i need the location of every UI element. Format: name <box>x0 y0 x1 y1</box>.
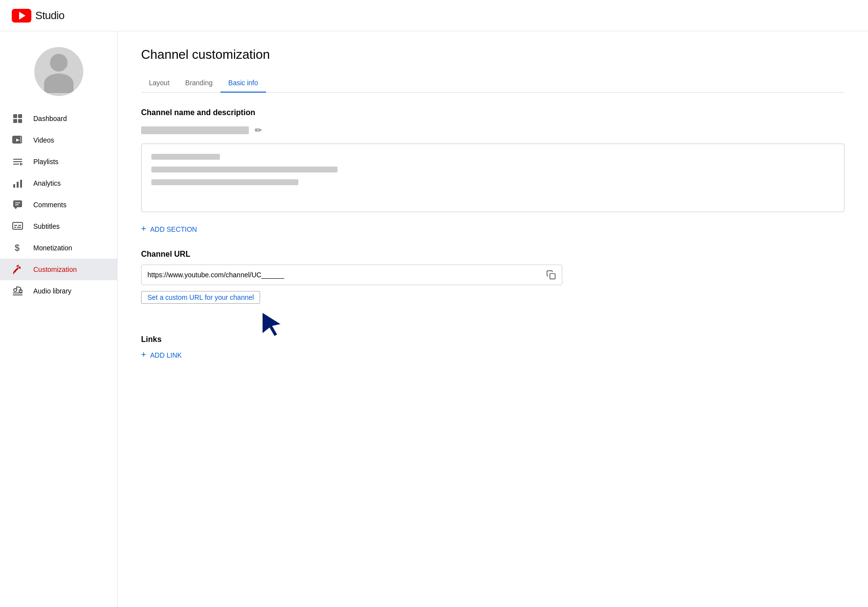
sidebar-item-customization[interactable]: Customization <box>0 259 117 280</box>
avatar-section <box>0 39 117 108</box>
links-section-title: Links <box>141 335 844 344</box>
dashboard-icon <box>12 113 24 124</box>
tab-layout[interactable]: Layout <box>141 74 177 93</box>
svg-rect-14 <box>13 200 22 207</box>
sidebar-label-dashboard: Dashboard <box>33 115 67 122</box>
channel-name-placeholder <box>141 126 249 134</box>
svg-text:$: $ <box>15 243 20 253</box>
svg-marker-34 <box>262 312 282 337</box>
svg-rect-1 <box>18 114 22 118</box>
header: Studio <box>0 0 868 31</box>
description-line-3 <box>151 179 298 185</box>
sidebar-item-comments[interactable]: Comments <box>0 194 117 216</box>
svg-line-30 <box>17 287 21 288</box>
add-link-button[interactable]: + ADD LINK <box>141 350 844 360</box>
add-link-plus-icon: + <box>141 350 146 360</box>
copy-icon[interactable] <box>546 270 556 280</box>
sidebar-label-customization: Customization <box>33 266 77 273</box>
tabs-container: Layout Branding Basic info <box>141 74 844 93</box>
sidebar-item-playlists[interactable]: Playlists <box>0 151 117 172</box>
plus-icon: + <box>141 224 146 234</box>
analytics-icon <box>12 177 24 189</box>
sidebar-item-subtitles[interactable]: Subtitles <box>0 216 117 237</box>
sidebar-item-monetization[interactable]: $ Monetization <box>0 237 117 259</box>
logo-container: Studio <box>12 9 64 23</box>
sidebar-item-analytics[interactable]: Analytics <box>0 172 117 194</box>
svg-rect-27 <box>13 294 23 295</box>
sidebar-label-comments: Comments <box>33 201 67 209</box>
sidebar: Dashboard Videos <box>0 31 118 607</box>
add-section-button[interactable]: + ADD SECTION <box>141 224 844 234</box>
subtitles-icon <box>12 220 24 232</box>
avatar <box>34 47 83 96</box>
sidebar-item-audio-library[interactable]: Audio library <box>0 280 117 302</box>
svg-marker-17 <box>14 207 17 209</box>
studio-wordmark: Studio <box>35 9 64 22</box>
edit-icon[interactable]: ✏ <box>255 125 262 136</box>
channel-url-value: https://www.youtube.com/channel/UC______ <box>147 271 542 279</box>
sidebar-label-analytics: Analytics <box>33 179 61 187</box>
tab-basic-info[interactable]: Basic info <box>220 74 266 93</box>
svg-rect-13 <box>20 180 22 188</box>
channel-name-section-title: Channel name and description <box>141 108 844 117</box>
channel-name-row: ✏ <box>141 125 844 136</box>
add-section-label: ADD SECTION <box>150 225 197 233</box>
audio-library-icon <box>12 285 24 297</box>
custom-url-link-text: Set a custom URL for your channel <box>147 293 254 301</box>
channel-url-section-title: Channel URL <box>141 250 844 259</box>
cursor-arrow <box>257 310 287 339</box>
sidebar-label-videos: Videos <box>33 136 54 144</box>
sidebar-item-dashboard[interactable]: Dashboard <box>0 108 117 129</box>
tab-branding[interactable]: Branding <box>177 74 220 93</box>
svg-rect-3 <box>18 119 22 123</box>
customization-icon <box>12 264 24 275</box>
youtube-logo-icon <box>12 9 31 23</box>
svg-rect-11 <box>13 184 15 188</box>
playlists-icon <box>12 156 24 168</box>
videos-icon <box>12 134 24 146</box>
svg-rect-0 <box>13 114 17 118</box>
page-title: Channel customization <box>141 47 844 62</box>
app-layout: Dashboard Videos <box>0 31 868 607</box>
svg-marker-10 <box>20 163 23 166</box>
svg-rect-33 <box>550 274 555 279</box>
sidebar-label-monetization: Monetization <box>33 244 72 252</box>
channel-url-input-row: https://www.youtube.com/channel/UC______ <box>141 265 562 285</box>
sidebar-label-audio-library: Audio library <box>33 287 72 295</box>
comments-icon <box>12 199 24 211</box>
sidebar-item-videos[interactable]: Videos <box>0 129 117 151</box>
sidebar-label-subtitles: Subtitles <box>33 222 60 230</box>
description-line-1 <box>151 154 220 160</box>
main-content: Channel customization Layout Branding Ba… <box>118 31 868 607</box>
add-link-label: ADD LINK <box>150 351 182 359</box>
monetization-icon: $ <box>12 242 24 254</box>
svg-rect-2 <box>13 119 17 123</box>
svg-rect-12 <box>17 182 19 188</box>
description-line-2 <box>151 167 338 172</box>
avatar-person-icon <box>44 50 73 93</box>
sidebar-label-playlists: Playlists <box>33 158 58 166</box>
description-box[interactable] <box>141 144 844 212</box>
custom-url-link[interactable]: Set a custom URL for your channel <box>141 291 260 304</box>
